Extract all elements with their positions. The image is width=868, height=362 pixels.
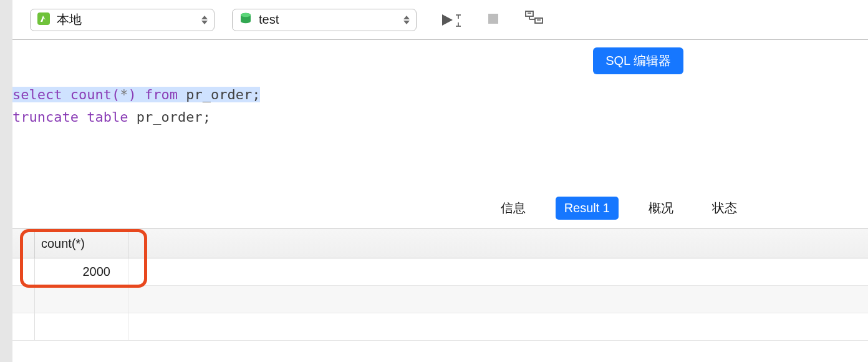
svg-marker-5: [403, 16, 410, 19]
cell: 2000: [35, 258, 128, 285]
svg-rect-0: [37, 12, 50, 25]
svg-rect-13: [526, 11, 533, 16]
tab-profile[interactable]: 概况: [640, 195, 682, 221]
table-row: [12, 286, 868, 313]
table-row[interactable]: 2000: [12, 258, 868, 286]
row-number-cell: [12, 258, 35, 285]
editor-line: select count(*) from pr_order;: [12, 84, 868, 106]
sql-editor-button[interactable]: SQL 编辑器: [593, 47, 683, 74]
grid-body: 2000: [12, 258, 868, 341]
result-tabs: 信息 Result 1 概况 状态: [12, 193, 868, 222]
connection-label: 本地: [57, 11, 82, 28]
database-dropdown[interactable]: test: [232, 9, 417, 31]
tab-result[interactable]: Result 1: [556, 197, 619, 220]
editor-line: truncate table pr_order;: [12, 106, 868, 129]
chevron-updown-icon: [201, 16, 208, 24]
explain-icon[interactable]: [525, 11, 544, 29]
grid-header: count(*): [12, 228, 868, 258]
tab-info[interactable]: 信息: [492, 195, 534, 221]
gutter: [0, 0, 12, 362]
svg-marker-7: [442, 14, 453, 26]
svg-marker-6: [403, 21, 410, 24]
tab-status[interactable]: 状态: [703, 195, 746, 221]
table-row: [12, 313, 868, 341]
connection-icon: [37, 12, 51, 27]
run-at-cursor-button[interactable]: [440, 13, 461, 27]
stop-button[interactable]: [486, 12, 500, 27]
database-icon: [239, 12, 253, 27]
svg-marker-1: [201, 16, 208, 19]
sql-editor-bar: SQL 编辑器: [12, 40, 868, 81]
tool-icons: [440, 11, 544, 29]
svg-rect-12: [488, 14, 498, 24]
toolbar: 本地 test: [12, 0, 868, 40]
svg-rect-17: [535, 18, 542, 23]
result-grid: count(*) 2000: [12, 228, 868, 362]
database-label: test: [259, 12, 279, 27]
connection-dropdown[interactable]: 本地: [30, 9, 215, 31]
svg-point-4: [241, 13, 251, 17]
sql-editor[interactable]: select count(*) from pr_order; truncate …: [12, 84, 868, 193]
column-header[interactable]: count(*): [35, 229, 128, 258]
row-number-header: [12, 229, 35, 258]
svg-marker-2: [201, 21, 208, 24]
chevron-updown-icon: [403, 16, 410, 24]
